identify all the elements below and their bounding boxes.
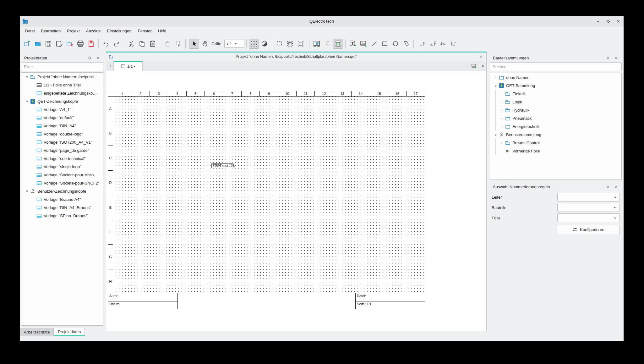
theme-contrast-button[interactable] — [259, 39, 270, 49]
expander-icon[interactable]: ∨ — [24, 99, 30, 103]
menu-projekt[interactable]: Projekt — [64, 27, 83, 35]
pan-mode-button[interactable] — [200, 39, 210, 49]
element-panel-button[interactable] — [312, 39, 322, 49]
dock-tab-projektdaten[interactable]: Projektdaten — [54, 328, 85, 336]
project-tree-item[interactable]: Vorlage "Societe-pour-SNCF2" — [21, 179, 103, 187]
collections-tree-item[interactable]: ›Pneumatik — [490, 114, 621, 122]
diagram-text-item[interactable]: TEST test 123 — [213, 164, 235, 168]
project-tree-item[interactable]: Vorlage "ISO7200_A4_V1" — [21, 138, 103, 146]
new-project-button[interactable] — [22, 39, 32, 49]
print-button[interactable] — [75, 39, 85, 49]
document-close-icon[interactable] — [479, 54, 483, 59]
tabs-scroll-left-icon[interactable] — [106, 61, 114, 71]
expander-icon[interactable]: ∨ — [24, 75, 30, 79]
expander-icon[interactable]: › — [493, 75, 499, 79]
undo-button[interactable] — [101, 39, 111, 49]
expander-icon[interactable]: ∨ — [24, 189, 30, 193]
expander-icon[interactable]: ∨ — [493, 133, 499, 137]
project-tree-item[interactable]: 1/1 - Folie ohne Titel — [21, 81, 103, 89]
project-tree-item[interactable]: eingebettete Zeichnungskö… — [21, 89, 103, 97]
close-dock-icon[interactable] — [95, 55, 100, 60]
cut-button[interactable] — [126, 39, 136, 49]
dock-tab-arbeitsschritte[interactable]: Arbeitsschritte — [20, 328, 54, 336]
menu-anzeige[interactable]: Anzeige — [83, 27, 104, 35]
export-pdf-button[interactable] — [86, 39, 96, 49]
collections-tree-item[interactable]: ›Elektrik — [490, 90, 621, 98]
save-as-button[interactable] — [54, 39, 64, 49]
numbering-combobox-leiter[interactable] — [557, 193, 620, 201]
expander-icon[interactable]: › — [499, 100, 505, 104]
draw-ellipse-button[interactable] — [390, 39, 401, 49]
collections-tree-item[interactable]: ›Hydraulik — [490, 106, 621, 114]
numbering-combobox-folie[interactable] — [557, 213, 620, 222]
project-tree-item[interactable]: ∨QET-Zeichnungsköpfe — [21, 97, 103, 105]
project-tree-item[interactable]: Vorlage "page_de garde" — [21, 146, 103, 154]
numbering-combobox-bauteile[interactable] — [557, 203, 620, 212]
close-dock-icon[interactable] — [614, 55, 619, 60]
delete-button[interactable] — [162, 39, 172, 49]
collections-tree-item[interactable]: ›Logik — [490, 98, 621, 106]
filter-input[interactable]: Filter — [21, 62, 103, 71]
rotate-texts-button[interactable] — [322, 39, 332, 49]
selection-mode-button[interactable] — [189, 39, 199, 49]
raise-button[interactable] — [417, 39, 427, 49]
draw-rectangle-button[interactable] — [380, 39, 390, 49]
collections-tree-item[interactable]: ›Brauns Control — [490, 139, 621, 147]
close-file-button[interactable] — [65, 39, 75, 49]
handles-size-combobox[interactable]: x 1 — [224, 40, 244, 48]
project-tree-item[interactable]: Vorlage "single-logo" — [21, 163, 103, 171]
add-folio-button[interactable] — [469, 61, 479, 71]
draw-polygon-button[interactable] — [401, 39, 411, 49]
collections-tree-item[interactable]: Vorherige Folie — [490, 147, 621, 155]
collections-tree-item[interactable]: ∨QET Sammlung — [490, 81, 621, 90]
selection-rect-button[interactable] — [274, 39, 284, 49]
float-dock-icon[interactable] — [87, 55, 92, 60]
draw-line-button[interactable] — [369, 39, 379, 49]
tabs-scroll-right-icon[interactable] — [479, 61, 486, 71]
resize-frame-button[interactable] — [296, 39, 306, 49]
save-button[interactable] — [43, 39, 53, 49]
project-tree-item[interactable]: Vorlage "double-logo" — [21, 130, 103, 138]
paste-button[interactable] — [148, 39, 158, 49]
folio-tab[interactable]: 1/1 - — [114, 61, 143, 71]
expander-icon[interactable]: › — [499, 92, 505, 96]
project-tree-item[interactable]: Vorlage "default" — [21, 113, 103, 122]
collections-tree-item[interactable]: ∨Benutzersammlung — [490, 130, 621, 139]
project-tree-item[interactable]: Vorlage "Societe-pour-Alsto… — [21, 171, 103, 179]
collections-tree-item[interactable]: ›ohne Namen — [490, 73, 621, 81]
open-project-button[interactable] — [33, 39, 43, 49]
menu-einstellungen[interactable]: Einstellungen — [104, 27, 135, 35]
float-dock-icon[interactable] — [605, 184, 610, 189]
project-tree-item[interactable]: Vorlage "A4_1" — [21, 105, 103, 113]
expander-icon[interactable]: ∨ — [493, 84, 499, 88]
redo-button[interactable] — [112, 39, 122, 49]
add-image-button[interactable] — [358, 39, 368, 49]
expander-icon[interactable]: › — [499, 141, 505, 145]
menu-bearbeiten[interactable]: Bearbeiten — [38, 27, 64, 35]
lower-bottom-button[interactable] — [449, 39, 459, 49]
project-tree-item[interactable]: Vorlage "SPlan_Brauns" — [21, 212, 103, 220]
close-dock-icon[interactable] — [614, 184, 619, 189]
project-tree-item[interactable]: Vorlage "see-technical" — [21, 154, 103, 163]
diagram-canvas[interactable]: 1234567891011121314151617 ABCDEFGH TEST … — [106, 71, 486, 331]
grid-toggle-button[interactable] — [249, 39, 259, 49]
menu-datei[interactable]: Datei — [22, 27, 38, 35]
collections-tree-item[interactable]: ›Energietechnik — [490, 122, 621, 130]
collections-search-input[interactable]: Suchen — [490, 62, 622, 71]
paste-special-button[interactable] — [173, 39, 183, 49]
expander-icon[interactable]: › — [499, 108, 505, 112]
expander-icon[interactable]: › — [499, 116, 505, 120]
expander-icon[interactable]: › — [499, 124, 505, 128]
configure-button[interactable]: Konfigurieren — [557, 225, 620, 234]
project-tree-item[interactable]: ∨Projekt "ohne Namen: /bc/publi… — [21, 73, 103, 81]
project-tree-item[interactable]: Vorlage "DIN_A4" — [21, 122, 103, 130]
terminal-strip-button[interactable] — [333, 39, 343, 49]
copy-button[interactable] — [137, 39, 147, 49]
project-tree-item[interactable]: ∨Benutzer-Zeichnungsköpfe — [21, 187, 103, 195]
lower-button[interactable] — [439, 39, 449, 49]
menu-fenster[interactable]: Fenster — [135, 27, 155, 35]
add-text-button[interactable] — [348, 39, 358, 49]
sheet-grid[interactable] — [113, 97, 425, 294]
maximize-icon[interactable] — [605, 19, 611, 24]
close-icon[interactable] — [615, 19, 621, 24]
